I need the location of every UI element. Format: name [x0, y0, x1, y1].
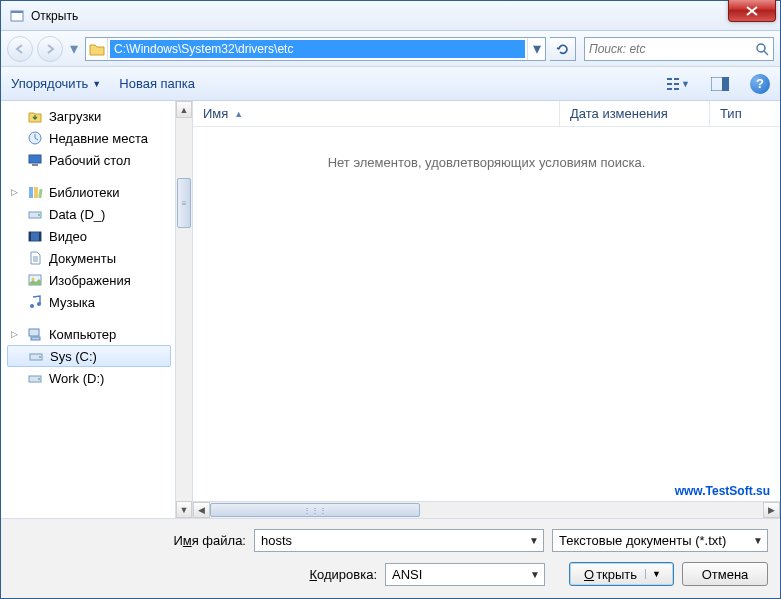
svg-point-2: [757, 44, 765, 52]
app-icon: [9, 8, 25, 24]
svg-point-24: [30, 304, 34, 308]
column-date[interactable]: Дата изменения: [560, 101, 710, 126]
sidebar-group-libraries[interactable]: ▷Библиотеки: [5, 181, 173, 203]
scroll-track[interactable]: ≡: [176, 118, 192, 501]
chevron-down-icon[interactable]: ▼: [524, 569, 540, 580]
sidebar-item-video[interactable]: Видео: [5, 225, 173, 247]
sidebar-item-sys-c[interactable]: Sys (C:): [7, 345, 171, 367]
search-box[interactable]: [584, 37, 774, 61]
sidebar-item-work-d[interactable]: Work (D:): [5, 367, 173, 389]
view-menu[interactable]: ▼: [666, 72, 690, 96]
svg-rect-15: [34, 187, 38, 198]
chevron-down-icon[interactable]: ▼: [523, 535, 539, 546]
dialog-footer: Имя файла: hosts▼ Текстовые документы (*…: [1, 519, 780, 598]
scroll-thumb[interactable]: ≡: [177, 178, 191, 228]
expand-icon: ▷: [11, 187, 21, 197]
back-button[interactable]: [7, 36, 33, 62]
scroll-left-button[interactable]: ◀: [193, 502, 210, 518]
horizontal-scrollbar[interactable]: ◀ ⋮⋮⋮ ▶: [193, 501, 780, 518]
cancel-button[interactable]: Отмена: [682, 562, 768, 586]
refresh-icon: [556, 42, 570, 56]
encoding-value: ANSI: [392, 567, 422, 582]
address-path[interactable]: C:\Windows\System32\drivers\etc: [110, 40, 525, 58]
title-bar[interactable]: Открыть: [1, 1, 780, 31]
drive-icon: [28, 348, 44, 364]
sidebar-item-recent[interactable]: Недавние места: [5, 127, 173, 149]
svg-point-29: [39, 356, 41, 358]
dialog-body: Загрузки Недавние места Рабочий стол ▷Би…: [1, 101, 780, 519]
svg-rect-10: [722, 77, 729, 91]
forward-button[interactable]: [37, 36, 63, 62]
address-dropdown[interactable]: ▾: [527, 38, 545, 60]
window-title: Открыть: [31, 9, 78, 23]
organize-menu[interactable]: Упорядочить▼: [11, 76, 101, 91]
sidebar-item-pictures[interactable]: Изображения: [5, 269, 173, 291]
address-bar[interactable]: C:\Windows\System32\drivers\etc ▾: [85, 37, 546, 61]
column-type[interactable]: Тип: [710, 101, 780, 126]
filename-value: hosts: [261, 533, 292, 548]
encoding-label: Кодировка:: [309, 567, 377, 582]
close-button[interactable]: [728, 0, 776, 22]
scroll-right-button[interactable]: ▶: [763, 502, 780, 518]
help-icon: ?: [756, 76, 764, 91]
chevron-down-icon: ▼: [92, 79, 101, 89]
empty-message: Нет элементов, удовлетворяющих условиям …: [193, 155, 780, 170]
search-icon[interactable]: [755, 42, 769, 56]
sidebar-group-computer[interactable]: ▷Компьютер: [5, 323, 173, 345]
svg-rect-4: [667, 83, 672, 85]
navigation-tree: Загрузки Недавние места Рабочий стол ▷Би…: [1, 101, 193, 518]
video-icon: [27, 228, 43, 244]
sidebar-item-downloads[interactable]: Загрузки: [5, 105, 173, 127]
sort-asc-icon: ▲: [234, 109, 243, 119]
column-name[interactable]: Имя▲: [193, 101, 560, 126]
history-dropdown[interactable]: ▾: [67, 39, 81, 58]
column-headers: Имя▲ Дата изменения Тип: [193, 101, 780, 127]
preview-pane-button[interactable]: [708, 72, 732, 96]
chevron-down-icon[interactable]: ▼: [747, 535, 763, 546]
new-folder-button[interactable]: Новая папка: [119, 76, 195, 91]
help-button[interactable]: ?: [750, 74, 770, 94]
folder-icon: [86, 38, 108, 60]
downloads-icon: [27, 108, 43, 124]
refresh-button[interactable]: [550, 37, 576, 61]
svg-point-31: [38, 378, 40, 380]
arrow-right-icon: [44, 43, 56, 55]
sidebar-item-documents[interactable]: Документы: [5, 247, 173, 269]
open-button[interactable]: Открыть▼: [569, 562, 674, 586]
filetype-value: Текстовые документы (*.txt): [559, 533, 726, 548]
svg-rect-20: [29, 232, 31, 241]
drive-icon: [27, 206, 43, 222]
svg-rect-5: [667, 88, 672, 90]
recent-icon: [27, 130, 43, 146]
search-input[interactable]: [589, 42, 755, 56]
encoding-combo[interactable]: ANSI▼: [385, 563, 545, 586]
music-icon: [27, 294, 43, 310]
chevron-down-icon: ▼: [645, 569, 661, 579]
svg-rect-21: [39, 232, 41, 241]
sidebar-scrollbar[interactable]: ▲ ≡ ▼: [175, 101, 192, 518]
scroll-up-button[interactable]: ▲: [176, 101, 192, 118]
hscroll-thumb[interactable]: ⋮⋮⋮: [210, 503, 420, 517]
hscroll-track[interactable]: ⋮⋮⋮: [210, 502, 763, 518]
svg-rect-14: [29, 187, 33, 198]
sidebar-item-desktop[interactable]: Рабочий стол: [5, 149, 173, 171]
svg-rect-12: [29, 155, 41, 163]
filename-combo[interactable]: hosts▼: [254, 529, 544, 552]
svg-rect-3: [667, 78, 672, 80]
filetype-combo[interactable]: Текстовые документы (*.txt)▼: [552, 529, 768, 552]
file-list-area: Имя▲ Дата изменения Тип Нет элементов, у…: [193, 101, 780, 518]
documents-icon: [27, 250, 43, 266]
sidebar-item-music[interactable]: Музыка: [5, 291, 173, 313]
pictures-icon: [27, 272, 43, 288]
open-dialog-window: Открыть ▾ C:\Windows\System32\drivers\et…: [0, 0, 781, 599]
toolbar: Упорядочить▼ Новая папка ▼ ?: [1, 67, 780, 101]
svg-rect-16: [38, 189, 42, 198]
filename-label: Имя файла:: [173, 533, 246, 548]
svg-rect-8: [674, 88, 679, 90]
svg-rect-1: [11, 11, 23, 13]
watermark: www.TestSoft.su: [675, 484, 770, 498]
scroll-down-button[interactable]: ▼: [176, 501, 192, 518]
svg-rect-26: [29, 329, 39, 336]
sidebar-item-data[interactable]: Data (D_): [5, 203, 173, 225]
new-folder-label: Новая папка: [119, 76, 195, 91]
